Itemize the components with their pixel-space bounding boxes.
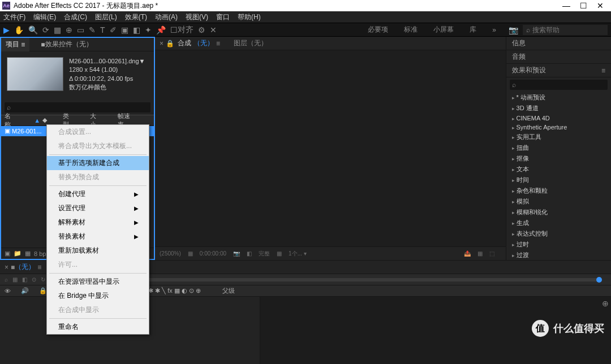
time-ruler[interactable] (73, 278, 602, 281)
menu-layer[interactable]: 图层(L) (95, 12, 117, 22)
ctx-replace-precomp[interactable]: 替换为预合成 (47, 170, 149, 184)
eff-time[interactable]: 时间 (506, 175, 611, 185)
tl-audio-icon[interactable]: 🔊 (21, 287, 29, 294)
eff-synthetic[interactable]: Synthetic Aperture (506, 123, 611, 132)
bin-icon[interactable]: ▣ (5, 250, 10, 257)
snapshot-icon[interactable]: 📷 (233, 250, 240, 257)
eff-generate[interactable]: 生成 (506, 218, 611, 228)
timeline-side-icon[interactable]: ⊕ (602, 299, 609, 308)
hand-tool-icon[interactable]: ✋ (14, 25, 24, 34)
snap-options-icon[interactable]: ⚙ (198, 25, 205, 34)
view-options-icon[interactable]: ▦ (277, 250, 282, 257)
ctx-rename[interactable]: 重命名 (47, 320, 149, 334)
tab-effect-controls[interactable]: ■ 效果控件（无） (36, 38, 97, 51)
viewport[interactable] (155, 50, 506, 246)
ctx-replace-footage[interactable]: 替换素材▶ (47, 229, 149, 244)
snap-toggle[interactable]: ☐ 对齐 (170, 25, 193, 35)
dropdown-icon[interactable]: ▼ (139, 57, 145, 66)
tab-project[interactable]: 项目 ≡ (1, 38, 29, 51)
anchor-tool-icon[interactable]: ⊕ (66, 25, 72, 34)
footage-thumbnail[interactable] (7, 57, 63, 91)
menu-view[interactable]: 视图(V) (186, 12, 208, 22)
eff-blur[interactable]: 模糊和锐化 (506, 207, 611, 218)
eff-3d-channel[interactable]: 3D 通道 (506, 103, 611, 114)
tab-menu-icon[interactable]: ≡ (216, 40, 220, 47)
zoom-tool-icon[interactable]: 🔍 (28, 25, 38, 34)
folder-icon[interactable]: 📁 (14, 250, 21, 257)
eff-anim-presets[interactable]: * 动画预设 (506, 92, 611, 103)
ctx-reveal-comp[interactable]: 在合成中显示 (47, 303, 149, 317)
ctx-create-proxy[interactable]: 创建代理▶ (47, 187, 149, 201)
menu-composition[interactable]: 合成(C) (64, 12, 87, 22)
eff-simulation[interactable]: 模拟 (506, 196, 611, 207)
mask-icon[interactable]: ▦ (477, 250, 483, 257)
close-tab-icon[interactable]: × (160, 40, 163, 47)
tl-close-icon[interactable]: × (5, 263, 8, 271)
clone-tool-icon[interactable]: ▣ (121, 25, 128, 34)
tl-ic3[interactable]: ⊙ (32, 276, 36, 283)
effects-panel-header[interactable]: 效果和预设 ≡ (506, 64, 611, 77)
ctx-interpret-footage[interactable]: 解释素材▶ (47, 215, 149, 229)
ctx-reveal-bridge[interactable]: 在 Bridge 中显示 (47, 289, 149, 303)
ctx-comp-settings[interactable]: 合成设置... (47, 125, 149, 139)
audio-panel-header[interactable]: 音频 (506, 50, 611, 64)
roto-tool-icon[interactable]: ✦ (145, 25, 152, 34)
eff-transition[interactable]: 过渡 (506, 250, 611, 260)
workspace-essentials[interactable]: 必要项 (368, 25, 388, 34)
workspace-more-icon[interactable]: » (492, 26, 496, 34)
eff-obsolete[interactable]: 过时 (506, 239, 611, 250)
share-icon[interactable]: 📤 (464, 250, 471, 257)
grid-icon[interactable]: ▦ (188, 250, 193, 257)
3d-icon[interactable]: ⬚ (489, 250, 494, 257)
effects-list[interactable]: * 动画预设 3D 通道 CINEMA 4D Synthetic Apertur… (506, 92, 611, 260)
workspace-library[interactable]: 库 (470, 25, 476, 34)
brush-tool-icon[interactable]: ✐ (110, 25, 117, 34)
tl-menu-icon[interactable]: ≡ (37, 263, 41, 271)
layer-tab-label[interactable]: 图层 (234, 38, 247, 48)
info-panel-header[interactable]: 信息 (506, 37, 611, 50)
resolution-dropdown[interactable]: 完整 (259, 250, 270, 258)
tl-lock-icon[interactable]: 🔒 (39, 287, 47, 294)
help-search-input[interactable] (532, 26, 595, 34)
ruler-end-knob[interactable] (596, 277, 602, 283)
project-search[interactable]: ⌕ (5, 102, 150, 112)
eraser-tool-icon[interactable]: ◧ (133, 25, 140, 34)
help-search[interactable]: ⌕ (523, 25, 608, 35)
effects-search[interactable]: ⌕ (510, 80, 608, 90)
eff-cinema4d[interactable]: CINEMA 4D (506, 114, 611, 123)
pen-tool-icon[interactable]: ✎ (89, 25, 96, 34)
ctx-set-proxy[interactable]: 设置代理▶ (47, 201, 149, 215)
lock-icon[interactable]: 🔒 (166, 40, 174, 47)
col-parent[interactable]: 父级 (222, 287, 235, 295)
time-display[interactable]: 0:00:00:00 (200, 250, 226, 257)
camera-icon[interactable]: 📷 (509, 25, 518, 34)
selection-tool-icon[interactable]: ▶ (3, 25, 10, 34)
ctx-reload-footage[interactable]: 重新加载素材 (47, 244, 149, 258)
col-tag-icon[interactable]: ▲ (34, 117, 40, 124)
col-tag[interactable]: ◆ (42, 116, 47, 124)
menu-edit[interactable]: 编辑(E) (33, 12, 56, 22)
puppet-tool-icon[interactable]: 📌 (156, 25, 166, 34)
camera-tool-icon[interactable]: ▦ (54, 25, 61, 34)
tl-search-icon[interactable]: ⌕ (5, 276, 8, 283)
alpha-icon[interactable]: ◧ (247, 250, 252, 257)
maximize-button[interactable]: ☐ (575, 1, 592, 10)
close-button[interactable]: ✕ (592, 1, 609, 10)
workspace-small[interactable]: 小屏幕 (433, 25, 454, 34)
eff-expression[interactable]: 表达式控制 (506, 228, 611, 239)
tl-ic2[interactable]: ◧ (22, 276, 27, 283)
eff-noise[interactable]: 杂色和颗粒 (506, 185, 611, 196)
eff-text[interactable]: 文本 (506, 164, 611, 175)
eff-distort[interactable]: 扭曲 (506, 142, 611, 153)
ctx-export-template[interactable]: 将合成导出为文本模板... (47, 139, 149, 153)
comp-tab-label[interactable]: 合成 (178, 38, 191, 48)
menu-effect[interactable]: 效果(T) (125, 12, 147, 22)
menu-help[interactable]: 帮助(H) (238, 12, 261, 22)
menu-window[interactable]: 窗口 (216, 12, 230, 22)
tl-vis-icon[interactable]: 👁 (5, 288, 11, 294)
tl-ic1[interactable]: ▦ (12, 276, 18, 283)
snap-extra-icon[interactable]: ✕ (210, 25, 217, 34)
minimize-button[interactable]: — (558, 1, 575, 10)
views-icon[interactable]: 1个... ▾ (289, 250, 307, 258)
workspace-standard[interactable]: 标准 (404, 25, 418, 34)
